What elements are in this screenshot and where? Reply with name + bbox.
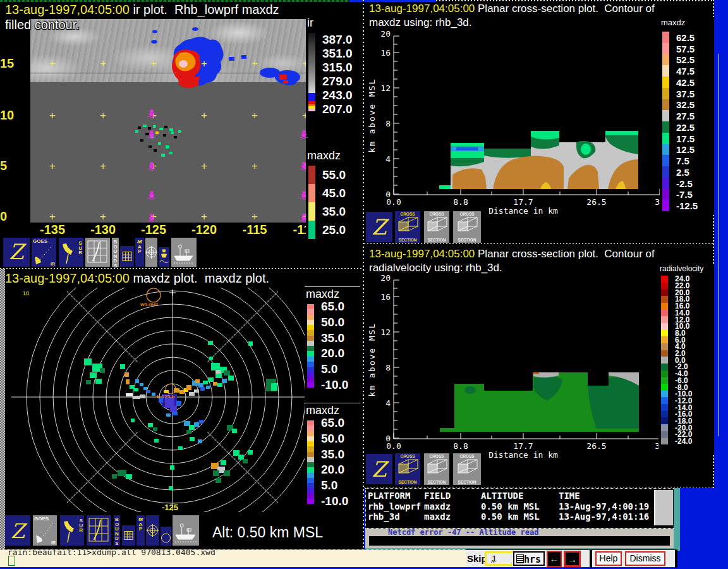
toolbar-button-map[interactable]: M A P [135, 238, 144, 267]
data-pixel [170, 465, 174, 470]
ship-icon [173, 515, 199, 546]
tick-label: 16 [380, 48, 391, 58]
svg-text:Z: Z [9, 240, 27, 264]
colorbar-value: 7.5 [676, 156, 689, 166]
panel-ppi-radar: 13-aug-1997,04:05:00 maxdz plot. maxdz p… [0, 269, 363, 551]
xsection-toolbar: ZCROSSSECTIONCROSSSECTIONCROSSSECTION [364, 211, 714, 243]
ppi-colorbar-2: maxdz 65.050.035.020.05.0-10.0 [305, 404, 363, 522]
background-message-window: Netcdf error -47 -- Altitude read [365, 529, 674, 548]
data-pixel [206, 386, 210, 389]
colorbar-value: -12.5 [676, 200, 698, 211]
toolbar-button-xsec[interactable]: CROSSSECTION [453, 453, 481, 485]
toolbar-button-sur[interactable]: S U R [59, 238, 83, 267]
toolbar-button-xsec[interactable]: CROSSSECTION [395, 211, 420, 243]
toolbar-button-gridsmall[interactable] [120, 246, 134, 267]
xsection-toolbar: ZCROSSSECTIONCROSSSECTIONCROSSSECTION [364, 453, 714, 486]
tick-label: 26.5 [586, 441, 606, 451]
panel-xsection-maxdz: 13-aug-1997,04:05:00 Planar cross-sectio… [364, 0, 714, 243]
toolbar-button-polar[interactable] [146, 515, 159, 546]
colorbar-value: 12.5 [676, 144, 695, 155]
data-pixel [131, 419, 135, 422]
data-pixel [186, 430, 191, 434]
circle-icon [161, 527, 171, 546]
zebra-icon: Z [5, 515, 30, 546]
panel-title: 13-aug-1997,04:05:00 Planar cross-sectio… [369, 248, 655, 260]
colorbar-value: 207.0 [322, 102, 353, 116]
help-button[interactable]: Help [595, 551, 622, 566]
maxdz-colorbar: maxdz 55.045.035.025.0 [306, 149, 363, 250]
colorbar-value: 20.0 [321, 346, 344, 360]
toolbar-button-xsec[interactable]: CROSSSECTION [395, 453, 420, 485]
toolbar-button-bounds[interactable]: B O U N D S [114, 515, 120, 546]
hours-menu-button[interactable]: hrs [513, 551, 545, 566]
data-pixel [86, 380, 91, 384]
data-pixel [217, 383, 222, 387]
toolbar-button-zebra[interactable]: Z [366, 454, 392, 484]
colorbar-value: -7.5 [676, 189, 693, 200]
toolbar-button-goes[interactable]: GOESIR [33, 515, 57, 546]
data-pixel [173, 412, 178, 415]
skip-hours-input[interactable] [485, 551, 515, 566]
toolbar-button-gridsmall[interactable] [122, 525, 135, 546]
toolbar-button-xsec[interactable]: CROSSSECTION [424, 453, 449, 485]
panel-title-line2: maxdz using: rhb_3d. [369, 16, 472, 29]
colorbar-value: 35.0 [321, 448, 344, 462]
toolbar-button-polar[interactable] [145, 238, 157, 267]
data-pixel [147, 390, 150, 393]
terminal-window[interactable]: rain:beaufait:11>xdump.all 970813.0405.x… [0, 549, 466, 567]
toolbar-button-radargrid[interactable] [87, 515, 111, 546]
status-scrollbar[interactable] [654, 490, 673, 525]
toolbar-button-zebra[interactable]: Z [366, 212, 392, 242]
toolbar-button-bounds[interactable]: B O U N D S [112, 238, 119, 267]
toolbar-button-zebra[interactable]: Z [5, 515, 30, 546]
colorbar-title: maxdz [306, 404, 339, 417]
data-pixel [228, 376, 234, 381]
toolbar-button-circle[interactable] [161, 527, 171, 546]
colorbar-title: ir [307, 16, 313, 30]
toolbar-button-goes[interactable]: GOESIR [32, 238, 56, 267]
longitude-label: -125 [162, 503, 178, 512]
colorbar-value: 55.0 [322, 168, 346, 182]
table-header: FIELD [424, 491, 451, 501]
data-pixel [154, 439, 159, 443]
tick-label: -130 [90, 223, 116, 237]
toolbar-button-xsec[interactable]: CROSSSECTION [424, 211, 449, 243]
tick-label: 0.0 [386, 197, 401, 207]
terminal-cursor [8, 556, 15, 566]
data-pixel [134, 388, 138, 391]
toolbar-button-xsec[interactable]: CROSSSECTION [453, 211, 481, 243]
colorbar-value: 5.0 [321, 362, 337, 376]
table-cell: rhb_lowprf [368, 501, 421, 511]
data-pixel [208, 341, 213, 345]
svg-text:Z: Z [372, 457, 389, 482]
radar-echoes [0, 288, 306, 512]
data-pixel [221, 460, 226, 465]
colorbar-title: radialvelocity [660, 264, 703, 273]
toolbar-button-ship[interactable] [173, 515, 199, 546]
tick-label: 8 [385, 119, 391, 128]
table-cell: rhb_3d [368, 511, 400, 522]
toolbar-button-buoy[interactable] [159, 247, 169, 267]
radargrid-icon [87, 515, 111, 546]
colorbar-value: 22.5 [676, 121, 695, 132]
tick-label: -115 [243, 223, 267, 237]
colorbar-title: maxdz [307, 149, 341, 162]
toolbar-button-zebra[interactable]: Z [3, 238, 30, 267]
toolbar-button-map[interactable]: M A P [136, 515, 145, 546]
data-pixel [200, 387, 205, 391]
colorbar-value: 5.0 [321, 479, 337, 493]
zebra-icon: Z [3, 238, 30, 267]
colorbar-value: 65.0 [321, 416, 344, 430]
polar-icon [145, 238, 157, 267]
data-pixel [271, 383, 277, 391]
toolbar-button-ship[interactable] [171, 238, 197, 267]
tick-label: -120 [191, 223, 217, 237]
toolbar-button-sur[interactable]: S U R [60, 515, 84, 546]
data-pixel [215, 478, 221, 483]
dismiss-button[interactable]: Dismiss [625, 551, 665, 566]
toolbar-button-radargrid[interactable] [85, 238, 110, 267]
step-back-button[interactable]: ← [547, 551, 562, 567]
step-forward-button[interactable]: → [564, 551, 581, 567]
table-cell: 0.50 km MSL [481, 511, 540, 522]
desktop-edge-line [719, 54, 719, 436]
